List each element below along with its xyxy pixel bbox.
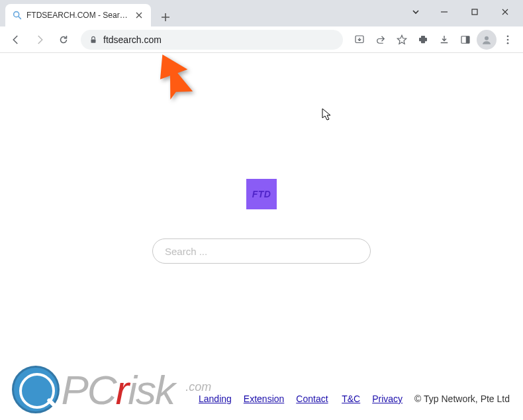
toolbar-right: [350, 30, 518, 50]
footer-link-tc[interactable]: T&C: [342, 394, 360, 404]
footer-copyright: © Typ Network, Pte Ltd: [414, 394, 510, 404]
tab-close-icon[interactable]: [134, 10, 144, 21]
new-tab-button[interactable]: [156, 8, 175, 26]
pcrisk-watermark: PCrisk .com: [12, 366, 211, 413]
window-close-button[interactable]: [490, 1, 520, 23]
svg-point-8: [485, 36, 489, 40]
watermark-prefix: PC: [61, 367, 115, 413]
browser-chrome: FTDSEARCH.COM - Search Anyth: [0, 0, 523, 53]
footer-link-landing[interactable]: Landing: [199, 394, 232, 404]
extensions-icon[interactable]: [413, 30, 433, 50]
tab-favicon-search-icon: [12, 10, 23, 21]
svg-rect-7: [466, 36, 469, 43]
downloads-icon[interactable]: [434, 30, 454, 50]
svg-rect-4: [91, 39, 96, 42]
reload-button[interactable]: [53, 29, 74, 50]
forward-button[interactable]: [29, 29, 50, 50]
svg-line-1: [19, 17, 21, 19]
profile-avatar-icon[interactable]: [477, 30, 497, 50]
tab-search-dropdown-icon[interactable]: [405, 1, 426, 23]
address-bar[interactable]: ftdsearch.com: [81, 30, 343, 50]
back-button[interactable]: [5, 29, 26, 50]
svg-point-10: [507, 38, 509, 40]
browser-toolbar: ftdsearch.com: [0, 26, 523, 53]
page-viewport: FTD Landing Extension Contact T&C Privac…: [0, 53, 523, 420]
watermark-suffix: isk: [128, 367, 174, 413]
url-text: ftdsearch.com: [103, 34, 162, 45]
share-icon[interactable]: [371, 30, 391, 50]
install-icon[interactable]: [350, 30, 369, 50]
tab-strip: FTDSEARCH.COM - Search Anyth: [0, 0, 523, 26]
search-container: [152, 238, 371, 264]
window-minimize-button[interactable]: [429, 1, 459, 23]
tab-title: FTDSEARCH.COM - Search Anyth: [26, 11, 130, 20]
lock-icon: [89, 35, 98, 44]
site-logo: FTD: [246, 179, 277, 209]
footer-link-extension[interactable]: Extension: [244, 394, 284, 404]
footer-link-contact[interactable]: Contact: [296, 394, 328, 404]
svg-point-9: [507, 35, 509, 37]
browser-tab[interactable]: FTDSEARCH.COM - Search Anyth: [5, 4, 151, 26]
watermark-magnifier-icon: [12, 366, 60, 413]
search-input[interactable]: [152, 238, 371, 264]
logo-text: FTD: [246, 179, 277, 209]
bookmark-star-icon[interactable]: [392, 30, 412, 50]
sidepanel-icon[interactable]: [455, 30, 475, 50]
footer-link-privacy[interactable]: Privacy: [372, 394, 403, 404]
svg-point-11: [507, 42, 509, 44]
svg-rect-3: [472, 9, 477, 15]
watermark-text: PCrisk: [61, 367, 184, 413]
footer-links-left: Landing Extension Contact: [199, 394, 328, 404]
watermark-dotcom: .com: [185, 380, 211, 394]
watermark-accent: r: [116, 367, 128, 413]
menu-dots-icon[interactable]: [498, 30, 518, 50]
window-controls: [405, 0, 520, 24]
window-maximize-button[interactable]: [459, 1, 490, 23]
footer-right: T&C Privacy © Typ Network, Pte Ltd: [342, 394, 510, 404]
